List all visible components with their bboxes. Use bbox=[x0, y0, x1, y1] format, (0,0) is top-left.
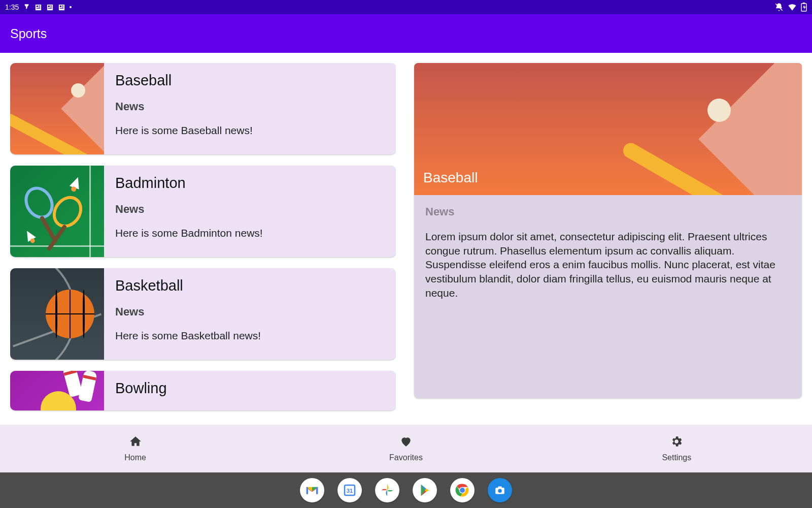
svg-rect-14 bbox=[60, 8, 64, 8]
svg-rect-9 bbox=[48, 8, 52, 8]
list-item-subtitle: News bbox=[115, 100, 385, 113]
status-icon-generic bbox=[23, 4, 30, 11]
svg-rect-11 bbox=[60, 5, 61, 7]
status-clock: 1:35 bbox=[5, 3, 19, 11]
svg-rect-5 bbox=[47, 4, 53, 10]
nav-label: Home bbox=[124, 453, 146, 462]
notifications-off-icon bbox=[774, 3, 784, 12]
android-dock: 31 bbox=[0, 472, 812, 508]
list-item-badminton[interactable]: Badminton News Here is some Badminton ne… bbox=[10, 166, 396, 257]
photos-icon bbox=[380, 483, 395, 498]
nav-settings[interactable]: Settings bbox=[626, 435, 727, 462]
bottom-navigation: Home Favorites Settings bbox=[0, 425, 812, 472]
dock-app-gmail[interactable] bbox=[300, 478, 324, 502]
svg-point-27 bbox=[498, 489, 502, 493]
list-item-title: Badminton bbox=[115, 175, 385, 192]
status-left: 1:35 bbox=[5, 3, 72, 11]
nav-favorites[interactable]: Favorites bbox=[355, 435, 457, 462]
svg-rect-6 bbox=[48, 5, 50, 7]
baseball-thumbnail bbox=[10, 63, 104, 154]
svg-text:31: 31 bbox=[347, 488, 353, 494]
gear-icon bbox=[670, 435, 683, 448]
app-bar: Sports bbox=[0, 14, 812, 53]
svg-rect-8 bbox=[50, 7, 52, 7]
dock-app-calendar[interactable]: 31 bbox=[337, 478, 362, 502]
newspaper-icon bbox=[35, 4, 42, 11]
nav-label: Settings bbox=[662, 453, 691, 462]
wifi-icon bbox=[788, 3, 797, 12]
svg-rect-26 bbox=[498, 487, 502, 489]
badminton-thumbnail bbox=[10, 166, 104, 257]
battery-charging-icon bbox=[801, 3, 807, 12]
list-item-title: Baseball bbox=[115, 72, 385, 89]
dock-app-play-store[interactable] bbox=[413, 478, 437, 502]
list-item-title: Bowling bbox=[115, 380, 385, 397]
detail-body-text: Lorem ipsum dolor sit amet, consectetur … bbox=[425, 230, 791, 300]
list-item-bowling[interactable]: Bowling bbox=[10, 371, 396, 410]
gmail-icon bbox=[304, 483, 320, 498]
list-item-snippet: Here is some Basketball news! bbox=[115, 330, 385, 342]
heart-icon bbox=[399, 435, 413, 448]
svg-rect-13 bbox=[62, 7, 63, 7]
list-item-title: Basketball bbox=[115, 277, 385, 294]
list-item-basketball[interactable]: Basketball News Here is some Basketball … bbox=[10, 268, 396, 360]
svg-rect-12 bbox=[62, 5, 63, 6]
camera-icon bbox=[492, 483, 507, 498]
status-right bbox=[774, 3, 807, 12]
svg-rect-4 bbox=[37, 8, 41, 8]
calendar-icon: 31 bbox=[342, 483, 357, 498]
svg-rect-2 bbox=[39, 5, 40, 6]
list-item-baseball[interactable]: Baseball News Here is some Baseball news… bbox=[10, 63, 396, 154]
sports-list[interactable]: Baseball News Here is some Baseball news… bbox=[10, 63, 396, 415]
list-item-snippet: Here is some Badminton news! bbox=[115, 227, 385, 239]
home-icon bbox=[129, 435, 142, 448]
dock-app-chrome[interactable] bbox=[450, 478, 475, 502]
play-store-icon bbox=[417, 483, 432, 498]
newspaper-icon bbox=[58, 4, 65, 11]
android-status-bar: 1:35 bbox=[0, 0, 812, 14]
nav-label: Favorites bbox=[389, 453, 423, 462]
basketball-thumbnail bbox=[10, 268, 104, 360]
nav-home[interactable]: Home bbox=[85, 435, 186, 462]
dock-app-camera[interactable] bbox=[488, 478, 512, 502]
detail-title: Baseball bbox=[423, 170, 478, 186]
app-title: Sports bbox=[10, 26, 47, 41]
svg-rect-3 bbox=[39, 7, 40, 7]
detail-hero-image: Baseball bbox=[414, 63, 802, 195]
svg-rect-0 bbox=[36, 4, 41, 10]
list-item-snippet: Here is some Baseball news! bbox=[115, 124, 385, 137]
svg-rect-7 bbox=[50, 5, 52, 6]
list-item-subtitle: News bbox=[115, 203, 385, 216]
svg-rect-17 bbox=[803, 3, 805, 4]
list-item-subtitle: News bbox=[115, 305, 385, 319]
detail-subtitle: News bbox=[425, 205, 791, 218]
detail-pane: Baseball News Lorem ipsum dolor sit amet… bbox=[414, 63, 802, 415]
svg-rect-1 bbox=[37, 5, 38, 7]
newspaper-icon bbox=[46, 4, 54, 11]
dock-app-photos[interactable] bbox=[375, 478, 399, 502]
chrome-icon bbox=[455, 483, 470, 498]
detail-card: Baseball News Lorem ipsum dolor sit amet… bbox=[414, 63, 802, 398]
content-area: Baseball News Here is some Baseball news… bbox=[0, 53, 812, 425]
bowling-thumbnail bbox=[10, 371, 104, 410]
svg-rect-10 bbox=[59, 4, 64, 10]
status-overflow-dot bbox=[70, 6, 72, 8]
